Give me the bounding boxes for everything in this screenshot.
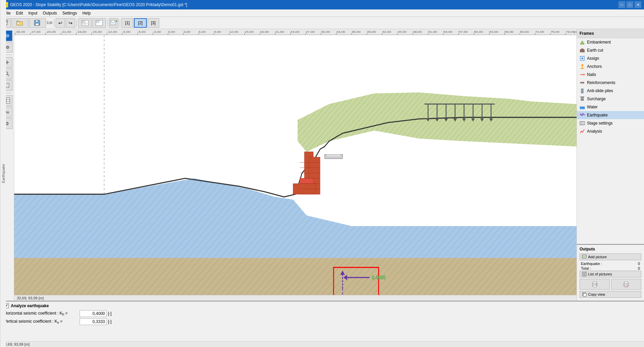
close-button[interactable]: ✕ — [635, 1, 641, 8]
analysis-icon — [580, 129, 585, 134]
menu-settings[interactable]: Settings — [60, 10, 80, 16]
frame-surcharge-label: Surcharge — [587, 97, 606, 101]
vert-coeff-input[interactable] — [80, 318, 107, 325]
svg-marker-172 — [583, 100, 584, 101]
svg-text:36,00: 36,00 — [352, 30, 361, 33]
frame-assign[interactable]: Assign — [577, 54, 644, 62]
pdf-icon: PDF — [623, 281, 629, 288]
frame-surcharge[interactable]: Surcharge — [577, 95, 644, 103]
copy-view-label: Copy view — [588, 292, 605, 296]
frame-earthcut-label: Earth cut — [587, 48, 603, 53]
menu-outputs[interactable]: Outputs — [40, 10, 60, 16]
svg-point-180 — [583, 256, 584, 257]
frame-nails[interactable]: Nails — [577, 71, 644, 79]
print-pdf-button[interactable]: PDF — [611, 279, 642, 290]
undo-button[interactable]: ↩ — [56, 18, 65, 28]
svg-marker-165 — [581, 93, 583, 94]
svg-text:45,00: 45,00 — [397, 30, 407, 33]
separator-3 — [107, 19, 108, 27]
list-of-pictures-button[interactable]: List of pictures — [580, 271, 641, 277]
frame-earthcut[interactable]: Earth cut — [577, 46, 644, 54]
svg-marker-159 — [584, 74, 585, 76]
printer-icon — [591, 281, 598, 288]
status-coord-bar: 20,69; 93,99 [m] — [0, 341, 644, 347]
coordinates: 20,69; 93,99 [m] — [17, 296, 44, 300]
svg-text:69,00: 69,00 — [520, 30, 529, 33]
stage-3-button[interactable]: [3] — [147, 18, 159, 28]
main-area: 2D 3D ✛ Aa ⚙ -30,00 -27,00 -24,00 -21 — [0, 29, 644, 301]
svg-rect-3 — [17, 21, 19, 22]
frame-reinforcements-label: Reinforcements — [587, 80, 615, 85]
save-button[interactable] — [29, 18, 46, 28]
svg-marker-151 — [580, 48, 585, 50]
frame-water-label: Water — [587, 105, 598, 109]
svg-rect-174 — [580, 122, 585, 125]
svg-text:3,00: 3,00 — [183, 30, 190, 33]
svg-text:+: + — [116, 19, 118, 23]
frame-assign-label: Assign — [587, 56, 599, 61]
svg-text:PDF: PDF — [625, 286, 628, 287]
template-button[interactable] — [78, 18, 92, 28]
frame-earthquake[interactable]: Earthquake — [577, 111, 644, 119]
svg-rect-9 — [82, 21, 85, 23]
frame-anti-slide-piles[interactable]: Anti-slide piles — [577, 87, 644, 95]
analyze-earthquake-label: Analyze earthquake — [11, 303, 49, 308]
menu-input[interactable]: Input — [26, 10, 40, 16]
menu-bar: File Edit Input Outputs Settings Help — [0, 9, 644, 17]
frame-water[interactable]: Water — [577, 103, 644, 111]
svg-rect-187 — [593, 282, 596, 284]
open-button[interactable] — [11, 18, 28, 28]
stage-settings-icon — [580, 121, 585, 126]
separator-2 — [77, 19, 77, 27]
vertical-label: Earthquake — [0, 0, 6, 347]
anchors-icon — [580, 64, 585, 69]
horiz-coeff-input[interactable] — [80, 310, 107, 317]
stage-1-button[interactable]: [1] — [121, 18, 133, 28]
svg-marker-149 — [580, 41, 584, 44]
copy-view-button[interactable]: Copy view — [580, 291, 641, 298]
copy-button[interactable] — [92, 18, 106, 28]
svg-text:39,00: 39,00 — [367, 30, 376, 33]
assign-icon — [580, 56, 585, 61]
svg-text:33,00: 33,00 — [336, 30, 345, 33]
bottom-panel-row: Earthquake ✓ Analyze earthquake Horizont… — [0, 301, 644, 341]
canvas-area[interactable]: 0,4000 — [14, 35, 577, 295]
title-bar: G GEOS 2020 - Slope Stability [C:\Users\… — [0, 0, 644, 9]
svg-text:21,00: 21,00 — [275, 30, 284, 33]
earthcut-icon — [580, 48, 585, 53]
minimize-button[interactable]: ─ — [618, 1, 625, 8]
frame-embankment[interactable]: Embankment — [577, 38, 644, 46]
print-buttons: PDF — [580, 279, 641, 290]
svg-text:-27,00: -27,00 — [30, 30, 40, 33]
total-value: 0 — [638, 266, 640, 270]
maximize-button[interactable]: □ — [626, 1, 633, 8]
outputs-panel: Outputs Add picture Earthquake : 0 Total… — [577, 244, 644, 301]
title-bar-controls[interactable]: ─ □ ✕ — [618, 1, 641, 8]
svg-rect-13 — [96, 21, 99, 23]
add-picture-label: Add picture — [588, 255, 607, 259]
stage-2-button[interactable]: [2] — [134, 18, 146, 28]
frame-reinforcements[interactable]: Reinforcements — [577, 79, 644, 87]
menu-edit[interactable]: Edit — [13, 10, 26, 16]
add-picture-button[interactable]: Add picture — [580, 253, 641, 260]
svg-text:78,00: 78,00 — [566, 30, 575, 33]
earthquake-data: Earthquake : 0 — [580, 261, 641, 266]
svg-text:-21,00: -21,00 — [61, 30, 71, 33]
print-button[interactable] — [580, 279, 610, 290]
frame-anchors-label: Anchors — [587, 64, 602, 69]
svg-text:-30,00: -30,00 — [15, 30, 25, 33]
svg-text:66,00: 66,00 — [505, 30, 514, 33]
svg-text:0,4000: 0,4000 — [372, 275, 386, 281]
svg-text:-12,00: -12,00 — [107, 30, 117, 33]
frame-stage-settings[interactable]: Stage settings — [577, 119, 644, 127]
svg-text:-18,00: -18,00 — [76, 30, 86, 33]
edit-label: Edit — [47, 18, 53, 28]
frame-anchors[interactable]: Anchors — [577, 62, 644, 71]
redo-button[interactable]: ↪ — [66, 18, 75, 28]
svg-text:42,00: 42,00 — [382, 30, 391, 33]
menu-help[interactable]: Help — [80, 10, 93, 16]
bottom-panel: ✓ Analyze earthquake Horizontal seismic … — [0, 301, 644, 341]
stage-add-button[interactable]: + — [109, 18, 118, 28]
frame-analysis[interactable]: Analysis — [577, 127, 644, 135]
svg-point-177 — [581, 131, 582, 132]
